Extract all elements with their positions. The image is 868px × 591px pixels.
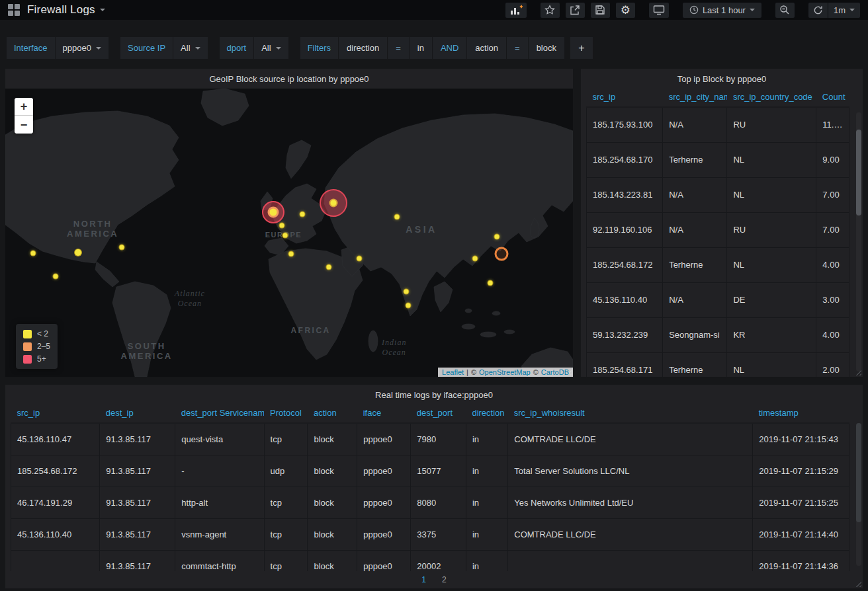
table-row: 59.13.232.239 Seongnam-si KR 4.00 bbox=[587, 317, 849, 352]
tv-mode-button[interactable] bbox=[649, 3, 669, 18]
column-header[interactable]: Protocol bbox=[264, 405, 308, 423]
add-panel-button[interactable] bbox=[505, 3, 527, 18]
openstreetmap-link[interactable]: OpenStreetMap bbox=[479, 368, 531, 376]
cartodb-link[interactable]: CartoDB bbox=[541, 368, 569, 376]
zoom-out-icon bbox=[779, 5, 790, 15]
map-marker[interactable] bbox=[394, 214, 400, 220]
panel-title[interactable]: GeoIP Block source ip location by pppoe0 bbox=[5, 69, 573, 89]
cell-iface: pppoe0 bbox=[357, 518, 411, 550]
leaflet-link[interactable]: Leaflet bbox=[442, 368, 464, 376]
table-row: 185.254.68.172 Terherne NL 4.00 bbox=[587, 247, 849, 282]
refresh-interval-label: 1m bbox=[834, 5, 846, 15]
scrollbar-track[interactable] bbox=[856, 423, 861, 566]
map-marker[interactable] bbox=[494, 234, 500, 240]
cell-dest-ip: 91.3.85.117 bbox=[100, 455, 175, 487]
cell-direction: in bbox=[466, 423, 507, 455]
column-header[interactable]: iface bbox=[357, 405, 411, 423]
variable-value-dropdown[interactable]: pppoe0 bbox=[56, 37, 108, 59]
map-marker[interactable] bbox=[406, 302, 412, 308]
column-header[interactable]: timestamp bbox=[753, 405, 849, 423]
gear-icon: ⚙ bbox=[621, 5, 630, 16]
map-marker[interactable] bbox=[472, 255, 478, 261]
column-header[interactable]: src_ip bbox=[587, 89, 663, 107]
cell-city: Seongnam-si bbox=[663, 317, 727, 352]
cell-country-code: NL bbox=[727, 247, 816, 282]
adhoc-segment[interactable]: = bbox=[507, 37, 529, 59]
clock-icon bbox=[689, 5, 699, 15]
star-dashboard-button[interactable] bbox=[541, 3, 560, 18]
cell-iface: pppoe0 bbox=[357, 423, 411, 455]
refresh-interval-dropdown[interactable]: 1m bbox=[828, 3, 860, 18]
page-number[interactable]: 1 bbox=[421, 575, 426, 584]
refresh-controls: 1m bbox=[808, 3, 860, 18]
panel-title[interactable]: Top ip Block by pppoe0 bbox=[581, 69, 863, 89]
column-header[interactable]: dest_port Servicename bbox=[175, 405, 264, 423]
cell-city: N/A bbox=[663, 212, 727, 247]
cell-protocol: tcp bbox=[264, 518, 308, 550]
apps-menu-icon[interactable] bbox=[8, 4, 20, 16]
adhoc-segment[interactable]: action bbox=[467, 37, 507, 59]
column-header[interactable]: dest_ip bbox=[100, 405, 175, 423]
map-marker[interactable] bbox=[326, 264, 332, 270]
map-marker[interactable] bbox=[279, 223, 284, 229]
column-header[interactable]: src_ip bbox=[11, 405, 100, 423]
map-marker[interactable] bbox=[74, 249, 82, 256]
panel-top-ip-block: Top ip Block by pppoe0 src_ipsrc_ip_city… bbox=[581, 69, 863, 377]
dashboard-settings-button[interactable]: ⚙ bbox=[616, 3, 635, 18]
panel-realtime-logs: Real time logs by iface:pppoe0 src_ipdes… bbox=[5, 385, 863, 588]
zoom-out-time-button[interactable] bbox=[775, 3, 795, 18]
scrollbar-track[interactable] bbox=[856, 112, 861, 372]
column-header[interactable]: src_ip_country_code bbox=[727, 89, 816, 107]
cell-country-code: NL bbox=[727, 352, 816, 377]
adhoc-segment[interactable]: block bbox=[529, 37, 565, 59]
variable-value-dropdown[interactable]: All bbox=[173, 37, 207, 59]
variable-value-dropdown[interactable]: All bbox=[254, 37, 288, 59]
cell-count: 4.00 bbox=[816, 247, 849, 282]
variable-label: Source IP bbox=[120, 37, 173, 59]
legend-item: < 2 bbox=[23, 329, 50, 338]
map-marker[interactable] bbox=[30, 250, 36, 256]
cell-dest-port: 7980 bbox=[411, 423, 466, 455]
share-dashboard-button[interactable] bbox=[566, 3, 585, 18]
cell-action: block bbox=[308, 518, 357, 550]
zoom-in-button[interactable]: + bbox=[15, 98, 33, 116]
map-marker[interactable] bbox=[487, 280, 493, 286]
map-marker[interactable] bbox=[118, 244, 124, 250]
panel-title[interactable]: Real time logs by iface:pppoe0 bbox=[5, 385, 863, 405]
cell-action: block bbox=[308, 423, 357, 455]
column-header[interactable]: direction bbox=[466, 405, 507, 423]
map-marker[interactable] bbox=[357, 255, 363, 261]
map-marker[interactable] bbox=[53, 273, 59, 279]
map-marker[interactable] bbox=[299, 212, 305, 217]
map-marker[interactable] bbox=[494, 247, 508, 260]
adhoc-segment[interactable]: direction bbox=[339, 37, 388, 59]
map-marker[interactable] bbox=[403, 288, 409, 294]
dashboard-title-dropdown[interactable]: Firewall Logs bbox=[27, 3, 105, 17]
map-marker[interactable] bbox=[282, 232, 288, 238]
column-header[interactable]: src_ip_city_name bbox=[663, 89, 727, 107]
save-dashboard-button[interactable] bbox=[591, 3, 610, 18]
adhoc-segment[interactable]: = bbox=[388, 37, 410, 59]
scrollbar-thumb[interactable] bbox=[856, 130, 861, 216]
zoom-out-button[interactable]: − bbox=[15, 116, 33, 134]
cell-direction: in bbox=[466, 550, 507, 571]
scrollbar-thumb[interactable] bbox=[856, 423, 861, 522]
adhoc-segment[interactable]: AND bbox=[433, 37, 467, 59]
map-marker[interactable] bbox=[262, 201, 284, 223]
map-marker[interactable] bbox=[288, 251, 294, 256]
world-map[interactable]: NORTH AMERICA EUROPE ASIA AFRICA SOUTH A… bbox=[5, 89, 573, 377]
adhoc-segment[interactable]: in bbox=[410, 37, 433, 59]
add-filter-button[interactable]: + bbox=[570, 37, 593, 59]
cell-dest-port: 3375 bbox=[411, 518, 466, 550]
cell-src-ip: 185.143.223.81 bbox=[587, 177, 663, 212]
dashboard-title: Firewall Logs bbox=[27, 3, 95, 17]
column-header[interactable]: src_ip_whoisresult bbox=[508, 405, 753, 423]
refresh-button[interactable] bbox=[808, 3, 828, 18]
column-header[interactable]: dest_port bbox=[411, 405, 466, 423]
time-range-picker[interactable]: Last 1 hour bbox=[683, 3, 761, 18]
column-header[interactable]: Count bbox=[816, 89, 849, 107]
column-header[interactable]: action bbox=[308, 405, 357, 423]
map-marker[interactable] bbox=[320, 189, 347, 217]
page-number[interactable]: 2 bbox=[442, 575, 447, 584]
cell-dest-ip: 91.3.85.117 bbox=[100, 423, 175, 455]
